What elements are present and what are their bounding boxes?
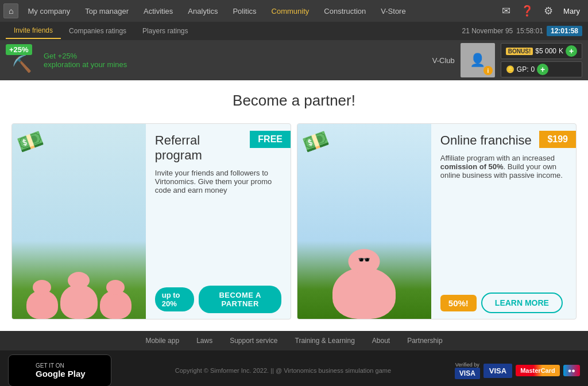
footer-support[interactable]: Support service (230, 337, 277, 345)
visa-verified-badge: VISA (455, 368, 480, 379)
maestro-badge: ●● (563, 365, 580, 376)
user-name: Mary (559, 7, 585, 15)
nav-community[interactable]: Community (265, 3, 316, 19)
play-store-icon: ▶ (17, 360, 31, 381)
bonus-line1: Get +25% (44, 52, 127, 60)
footer-training[interactable]: Training & Learning (295, 337, 355, 345)
visa-badge: VISA (483, 364, 512, 378)
subnav-players-ratings[interactable]: Players ratings (134, 24, 196, 38)
cards-container: FREE 💵 (11, 123, 577, 319)
real-time-badge: 12:01:58 (547, 26, 582, 36)
card2-percent: 50%! (440, 295, 477, 311)
vclub-section: V-Club 👤 i BONUS! $5 000 K + 🪙 GP: 0 + (432, 43, 582, 77)
card2-desc-before: Affiliate program with an increased (440, 154, 555, 162)
bonus-money-row: BONUS! $5 000 K + (501, 43, 582, 59)
gp-value: 0 (531, 65, 535, 73)
mail-button[interactable]: ✉ (497, 2, 515, 20)
bonus-emoji: ⛏️ (12, 54, 32, 73)
gp-label: GP: (517, 65, 529, 73)
referral-card: FREE 💵 (11, 123, 291, 319)
nav-my-company[interactable]: My company (21, 3, 77, 19)
bonus-icon-wrap: +25% ⛏️ (6, 44, 38, 76)
nav-analytics[interactable]: Analytics (181, 3, 225, 19)
bonus-k: K (559, 47, 563, 55)
bonus-money-box: BONUS! $5 000 K + 🪙 GP: 0 + (501, 43, 582, 77)
vclub-info-badge: i (483, 66, 493, 75)
footer-copyright: Copyright © Simformer Inc. 2022. || @ Vi… (123, 367, 443, 374)
card2-desc: Affiliate program with an increased comi… (440, 154, 567, 180)
nav-politics[interactable]: Politics (226, 3, 263, 19)
footer-navigation: Mobile app Laws Support service Training… (0, 331, 588, 350)
subnav-companies-ratings[interactable]: Companies ratings (61, 24, 134, 38)
page-title: Become a partner! (11, 92, 577, 110)
gp-coin-icon: 🪙 (506, 65, 514, 73)
gp-add-button[interactable]: + (537, 64, 548, 75)
vclub-label: V-Club (432, 56, 455, 65)
main-content: Become a partner! FREE 💵 (0, 80, 588, 331)
play-store-text: Google Play (36, 369, 86, 379)
play-text: GET IT ON Google Play (36, 362, 86, 379)
help-button[interactable]: ❓ (516, 2, 538, 20)
footer-about[interactable]: About (372, 337, 390, 345)
bonus-percent: +25% (6, 44, 32, 55)
bonus-text: Get +25% exploration at your mines (44, 52, 127, 69)
nav-construction[interactable]: Construction (317, 3, 373, 19)
mastercard-badge: MasterCard (516, 365, 560, 376)
nav-activities[interactable]: Activities (137, 3, 180, 19)
payment-icons: Verified by VISA VISA MasterCard ●● (455, 362, 580, 379)
datetime-display: 21 November 95 15:58:01 12:01:58 (462, 26, 582, 36)
learn-more-button[interactable]: LEARN MORE (481, 293, 563, 313)
gp-row: 🪙 GP: 0 + (501, 61, 582, 77)
bonus-amount: $5 000 (535, 47, 556, 55)
google-play-button[interactable]: ▶ GET IT ON Google Play (8, 354, 111, 386)
top-navigation: ⌂ My company Top manager Activities Anal… (0, 0, 588, 22)
play-get-text: GET IT ON (36, 362, 86, 369)
verified-visa: Verified by VISA (455, 362, 480, 379)
bonus-tag: BONUS! (506, 48, 533, 55)
nav-top-manager[interactable]: Top manager (78, 3, 136, 19)
footer-laws[interactable]: Laws (196, 337, 212, 345)
bonus-bar: +25% ⛏️ Get +25% exploration at your min… (0, 40, 588, 80)
footer-bottom: ▶ GET IT ON Google Play Copyright © Simf… (0, 350, 588, 386)
card1-badge: FREE (250, 131, 291, 148)
bonus-line2: exploration at your mines (44, 60, 127, 69)
subnav-invite-friends[interactable]: Invite friends (6, 23, 61, 39)
verified-text: Verified by (455, 362, 479, 368)
footer-mobile-app[interactable]: Mobile app (145, 337, 179, 345)
sub-navigation: Invite friends Companies ratings Players… (0, 22, 588, 40)
card2-badge: $199 (539, 131, 576, 148)
franchise-card: $199 💵 🕶️ Online franchise Affiliate pr (297, 123, 577, 319)
card1-up-to: up to 20% (155, 287, 195, 311)
vclub-avatar: 👤 i (461, 43, 495, 77)
card1-desc: Invite your friends and followers to Vir… (155, 169, 281, 194)
footer-partnership[interactable]: Partnership (407, 337, 442, 345)
settings-button[interactable]: ⚙ (539, 2, 558, 20)
game-date: 21 November 95 (462, 27, 513, 35)
person-icon: 👤 (470, 53, 485, 68)
bonus-add-button[interactable]: + (566, 45, 577, 57)
home-button[interactable]: ⌂ (3, 3, 18, 18)
nav-vstore[interactable]: V-Store (374, 3, 412, 19)
game-time: 15:58:01 (516, 27, 543, 35)
card2-desc-bold: comission of 50% (440, 162, 504, 171)
become-partner-button[interactable]: BECOME A PARTNER (199, 286, 281, 313)
